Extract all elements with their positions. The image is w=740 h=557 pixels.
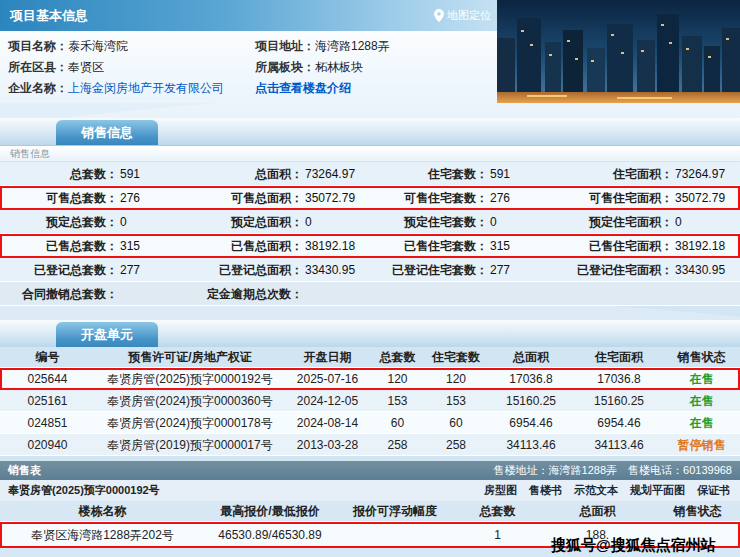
page-header: 项目基本信息 地图定位 bbox=[0, 0, 497, 31]
sales-table-bar: 销售表 售楼地址：海湾路1288弄 售楼电话：60139968 bbox=[0, 461, 740, 480]
guarantee-link[interactable]: 保证书 bbox=[697, 480, 730, 501]
ou-status: 在售 bbox=[663, 368, 740, 389]
si-label: 总套数： bbox=[0, 162, 118, 185]
si-label: 可售总面积： bbox=[185, 186, 303, 209]
si-label: 已售住宅面积： bbox=[555, 234, 673, 257]
field-district: 所在区县：奉贤区 bbox=[8, 58, 104, 76]
watermark: 搜狐号@搜狐焦点宿州站 bbox=[551, 536, 716, 555]
project-name-label: 项目名称： bbox=[8, 39, 68, 53]
project-photo bbox=[497, 0, 740, 103]
sales-info-row: 总套数：591 总面积：73264.97 住宅套数：591 住宅面积：73264… bbox=[0, 162, 740, 186]
ou-header-cell: 总套数 bbox=[370, 347, 425, 367]
district-label: 所在区县： bbox=[8, 60, 68, 74]
si-value: 35072.79 bbox=[673, 186, 740, 209]
ou-header-cell: 销售状态 bbox=[663, 347, 740, 367]
project-address-label: 项目地址： bbox=[255, 39, 315, 53]
si-value: 0 bbox=[303, 210, 370, 233]
ou-status: 在售 bbox=[663, 390, 740, 411]
opening-unit-row[interactable]: 025161 奉贤房管(2024)预字0000360号 2024-12-05 1… bbox=[0, 390, 740, 412]
page: 项目基本信息 地图定位 bbox=[0, 0, 740, 557]
project-address-value: 海湾路1288弄 bbox=[315, 39, 390, 53]
ou-header-cell: 编号 bbox=[0, 347, 95, 367]
company-link[interactable]: 上海金闵房地产开发有限公司 bbox=[68, 81, 224, 95]
ou-cell-total-units: 153 bbox=[370, 390, 425, 411]
ou-cell-total-area: 17036.8 bbox=[487, 368, 575, 389]
si-value: 0 bbox=[488, 210, 555, 233]
ou-cell-res-units: 258 bbox=[425, 434, 487, 455]
si-label bbox=[555, 282, 673, 305]
view-intro-link[interactable]: 点击查看楼盘介绍 bbox=[255, 81, 351, 95]
ou-cell-permit: 奉贤房管(2025)预字0000192号 bbox=[95, 368, 285, 389]
ou-cell-res-area: 17036.8 bbox=[575, 368, 663, 389]
ou-cell-res-units: 153 bbox=[425, 390, 487, 411]
si-label: 预定住宅面积： bbox=[555, 210, 673, 233]
sales-office-contact: 售楼地址：海湾路1288弄 售楼电话：60139968 bbox=[494, 461, 732, 480]
tab-opening-units[interactable]: 开盘单元 bbox=[56, 322, 158, 347]
si-label: 预定总套数： bbox=[0, 210, 118, 233]
ou-cell-total-area: 34113.46 bbox=[487, 434, 575, 455]
ou-cell-date: 2024-12-05 bbox=[285, 390, 370, 411]
bt-header-cell: 楼栋名称 bbox=[0, 501, 205, 521]
si-label: 总面积： bbox=[185, 162, 303, 185]
bt-cell-building-name[interactable]: 奉贤区海湾路1288弄202号 bbox=[0, 522, 205, 548]
site-plan-link[interactable]: 规划平面图 bbox=[630, 480, 685, 501]
ou-cell-total-area: 15160.25 bbox=[487, 390, 575, 411]
si-label: 已登记住宅面积： bbox=[555, 258, 673, 281]
doc-links: 房型图 售楼书 示范文本 规划平面图 保证书 bbox=[484, 480, 730, 501]
page-title: 项目基本信息 bbox=[10, 0, 88, 31]
field-intro: 点击查看楼盘介绍 bbox=[255, 79, 351, 97]
sales-info-section-band: 销售信息 bbox=[0, 118, 740, 146]
sales-info-row-sold: 已售总套数：315 已售总面积：38192.18 已售住宅套数：315 已售住宅… bbox=[0, 234, 740, 258]
bt-header-cell: 总套数 bbox=[455, 501, 540, 521]
bt-cell-units: 1 bbox=[455, 522, 540, 548]
ou-cell-res-area: 34113.46 bbox=[575, 434, 663, 455]
ou-cell-id: 025161 bbox=[0, 390, 95, 411]
ou-cell-res-units: 60 bbox=[425, 412, 487, 433]
sales-info-row-available: 可售总套数：276 可售总面积：35072.79 可售住宅套数：276 可售住宅… bbox=[0, 186, 740, 210]
sample-contract-link[interactable]: 示范文本 bbox=[574, 480, 618, 501]
bt-cell-float bbox=[335, 522, 455, 548]
bt-header-cell: 报价可浮动幅度 bbox=[335, 501, 455, 521]
si-value: 35072.79 bbox=[303, 186, 370, 209]
ou-cell-date: 2025-07-16 bbox=[285, 368, 370, 389]
map-locate-link[interactable]: 地图定位 bbox=[434, 0, 491, 31]
ou-cell-res-area: 6954.46 bbox=[575, 412, 663, 433]
opening-unit-row[interactable]: 024851 奉贤房管(2024)预字0000178号 2024-08-14 6… bbox=[0, 412, 740, 434]
si-value: 276 bbox=[488, 186, 555, 209]
opening-unit-row[interactable]: 020940 奉贤房管(2019)预字0000017号 2013-03-28 2… bbox=[0, 434, 740, 456]
bt-header-cell: 销售状态 bbox=[655, 501, 740, 521]
si-label: 预定总面积： bbox=[185, 210, 303, 233]
si-value: 33430.95 bbox=[303, 258, 370, 281]
ou-header-cell: 住宅套数 bbox=[425, 347, 487, 367]
si-value: 315 bbox=[118, 234, 185, 257]
selected-permit-label: 奉贤房管(2025)预字0000192号 bbox=[8, 480, 160, 501]
si-value: 0 bbox=[673, 210, 740, 233]
si-label: 合同撤销总套数： bbox=[0, 282, 118, 305]
opening-units-table: 编号 预售许可证/房地产权证 开盘日期 总套数 住宅套数 总面积 住宅面积 销售… bbox=[0, 347, 740, 456]
si-value: 73264.97 bbox=[673, 162, 740, 185]
field-project-address: 项目地址：海湾路1288弄 bbox=[255, 37, 390, 55]
field-project-name: 项目名称：泰禾海湾院 bbox=[8, 37, 128, 55]
ou-header-cell: 住宅面积 bbox=[575, 347, 663, 367]
si-value: 38192.18 bbox=[673, 234, 740, 257]
ou-cell-res-units: 120 bbox=[425, 368, 487, 389]
si-label: 可售住宅面积： bbox=[555, 186, 673, 209]
sales-table-title: 销售表 bbox=[8, 461, 41, 480]
ou-cell-permit: 奉贤房管(2024)预字0000360号 bbox=[95, 390, 285, 411]
tab-sales-info[interactable]: 销售信息 bbox=[56, 120, 158, 145]
floorplan-link[interactable]: 房型图 bbox=[484, 480, 517, 501]
ou-header-cell: 预售许可证/房地产权证 bbox=[95, 347, 285, 367]
si-value: 591 bbox=[118, 162, 185, 185]
bt-header-cell: 总面积 bbox=[540, 501, 655, 521]
sales-info-row: 已登记总套数：277 已登记总面积：33430.95 已登记住宅套数：277 已… bbox=[0, 258, 740, 282]
sales-brochure-link[interactable]: 售楼书 bbox=[529, 480, 562, 501]
si-value: 38192.18 bbox=[303, 234, 370, 257]
ou-cell-total-units: 258 bbox=[370, 434, 425, 455]
si-value bbox=[303, 282, 370, 305]
opening-unit-row[interactable]: 025644 奉贤房管(2025)预字0000192号 2025-07-16 1… bbox=[0, 368, 740, 390]
si-value: 277 bbox=[118, 258, 185, 281]
field-company: 企业名称：上海金闵房地产开发有限公司 bbox=[8, 79, 224, 97]
si-label: 已售总面积： bbox=[185, 234, 303, 257]
opening-units-section-band: 开盘单元 bbox=[0, 320, 740, 348]
si-label: 可售住宅套数： bbox=[370, 186, 488, 209]
